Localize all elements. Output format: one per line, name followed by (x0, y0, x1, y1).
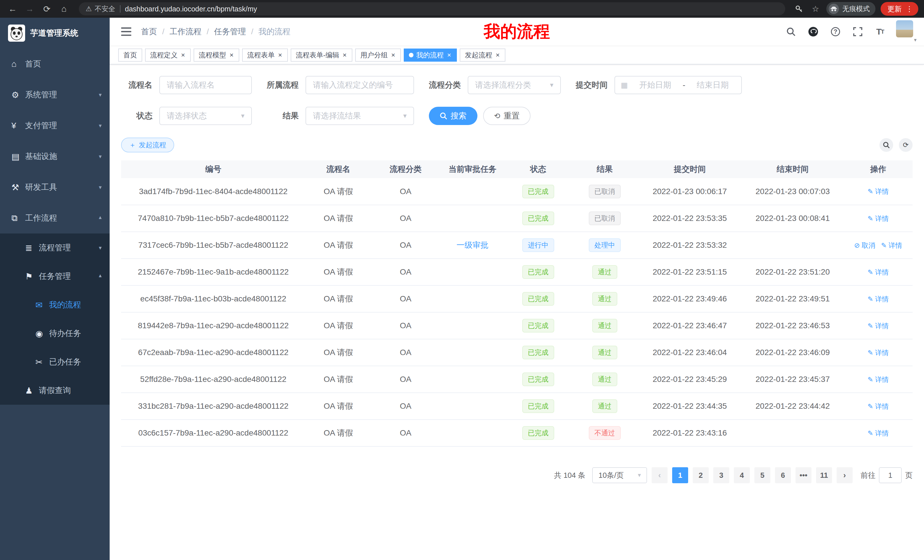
detail-action[interactable]: ✎详情 (867, 429, 889, 438)
github-icon[interactable] (807, 25, 819, 38)
close-icon[interactable]: × (391, 52, 396, 58)
process-name-input[interactable] (159, 76, 252, 94)
security-indicator[interactable]: ⚠ 不安全 (86, 4, 116, 13)
home-icon[interactable]: ⌂ (57, 2, 71, 16)
bookmark-star-icon[interactable]: ☆ (810, 3, 821, 15)
page-button[interactable]: 4 (734, 467, 750, 483)
fullscreen-icon[interactable] (852, 25, 864, 38)
page-button[interactable]: 3 (713, 467, 729, 483)
incognito-badge[interactable]: 无痕模式 (826, 2, 876, 16)
cell-end-time: 2022-01-22 23:46:53 (741, 312, 844, 339)
sidebar-item-system-mgmt[interactable]: ⚙系统管理▾ (0, 79, 110, 110)
tab-流程表单-编辑[interactable]: 流程表单-编辑× (291, 48, 352, 61)
cell-current-task (440, 366, 505, 393)
browser-menu-icon[interactable]: ⋮ (906, 4, 913, 13)
detail-action[interactable]: ✎详情 (867, 348, 889, 357)
tab-首页[interactable]: 首页 (118, 48, 142, 61)
back-icon[interactable]: ← (6, 2, 20, 16)
reset-button[interactable]: ⟲ 重置 (483, 107, 531, 125)
detail-action[interactable]: ✎详情 (867, 402, 889, 411)
avatar[interactable] (896, 20, 913, 37)
sidebar-item-dev-tools[interactable]: ⚒研发工具▾ (0, 172, 110, 203)
font-size-icon[interactable]: TT (874, 25, 886, 38)
next-page-button[interactable]: › (837, 467, 853, 483)
page-button[interactable]: 11 (816, 467, 832, 483)
process-def-input[interactable] (306, 76, 414, 94)
date-range-picker[interactable]: ▦ 开始日期 - 结束日期 (615, 76, 742, 94)
tab-流程模型[interactable]: 流程模型× (194, 48, 239, 61)
cancel-action[interactable]: ⊘取消 (854, 241, 875, 250)
category-select[interactable]: 请选择流程分类 ▼ (468, 76, 561, 94)
detail-action[interactable]: ✎详情 (867, 321, 889, 331)
url-text[interactable]: dashboard.yudao.iocoder.cn/bpm/task/my (125, 5, 257, 13)
sidebar-item-leave-query[interactable]: ♟请假查询 (0, 376, 110, 405)
status-select[interactable]: 请选择状态 ▼ (159, 107, 252, 125)
result-badge: 通过 (592, 292, 617, 306)
sidebar-item-done-tasks[interactable]: ✂已办任务 (0, 347, 110, 376)
search-button[interactable]: 搜索 (429, 107, 477, 125)
search-icon[interactable] (784, 25, 797, 38)
page-ellipsis: ••• (795, 467, 812, 483)
page-size-select[interactable]: 10条/页 ▼ (592, 467, 647, 483)
app-logo[interactable]: 芋道管理系统 (0, 18, 110, 48)
detail-action[interactable]: ✎详情 (867, 375, 889, 384)
close-icon[interactable]: × (495, 52, 500, 58)
tab-用户分组[interactable]: 用户分组× (355, 48, 401, 61)
sidebar-item-infrastructure[interactable]: ▤基础设施▾ (0, 141, 110, 172)
reload-icon[interactable]: ⟳ (40, 2, 54, 16)
edit-icon: ✎ (867, 295, 873, 303)
breadcrumb-item[interactable]: 任务管理 (214, 26, 246, 37)
tab-流程表单[interactable]: 流程表单× (242, 48, 288, 61)
tab-label: 我的流程 (416, 51, 444, 60)
detail-action[interactable]: ✎详情 (867, 187, 889, 196)
sidebar-item-home[interactable]: ⌂首页 (0, 48, 110, 79)
page-button[interactable]: 1 (672, 467, 688, 483)
sidebar-item-my-process[interactable]: ✉我的流程 (0, 290, 110, 319)
breadcrumb-item[interactable]: 首页 (141, 26, 157, 37)
detail-action[interactable]: ✎详情 (867, 268, 889, 277)
sidebar-item-label: 我的流程 (49, 299, 81, 310)
result-select[interactable]: 请选择流结果 ▼ (306, 107, 414, 125)
sidebar-item-workflow[interactable]: ⧉工作流程▾ (0, 203, 110, 234)
toggle-search-icon[interactable] (879, 138, 893, 152)
detail-action[interactable]: ✎详情 (867, 295, 889, 304)
sidebar-item-todo-tasks[interactable]: ◉待办任务 (0, 319, 110, 347)
edit-icon: ✎ (867, 322, 873, 330)
page-button[interactable]: 2 (693, 467, 709, 483)
key-icon[interactable] (793, 3, 805, 15)
close-icon[interactable]: × (342, 52, 347, 58)
close-icon[interactable]: × (180, 52, 186, 58)
sidebar-item-payment-mgmt[interactable]: ¥支付管理▾ (0, 110, 110, 141)
breadcrumb-item[interactable]: 工作流程 (170, 26, 202, 37)
cell-result: 通过 (572, 312, 638, 339)
table-row: 819442e8-7b9a-11ec-a290-acde48001122OA 请… (121, 312, 913, 339)
create-process-button[interactable]: ＋ 发起流程 (121, 138, 174, 153)
close-icon[interactable]: × (229, 52, 234, 58)
prev-page-button[interactable]: ‹ (652, 467, 668, 483)
sidebar-item-task-mgmt[interactable]: ⚑任务管理▾ (0, 262, 110, 290)
close-icon[interactable]: × (278, 52, 283, 58)
tab-我的流程[interactable]: 我的流程× (404, 48, 457, 61)
tab-流程定义[interactable]: 流程定义× (145, 48, 191, 61)
cell-current-task: 一级审批 (440, 232, 505, 259)
refresh-table-icon[interactable]: ⟳ (899, 138, 913, 152)
update-button[interactable]: 更新 ⋮ (880, 2, 918, 16)
tab-发起流程[interactable]: 发起流程× (460, 48, 506, 61)
user-menu[interactable]: ▾ (896, 20, 915, 43)
detail-action[interactable]: ✎详情 (881, 241, 902, 250)
page-button[interactable]: 5 (754, 467, 770, 483)
hamburger-icon[interactable] (118, 24, 134, 40)
goto-page-input[interactable] (879, 467, 902, 483)
cell-category: OA (371, 312, 440, 339)
page-button[interactable]: 6 (775, 467, 791, 483)
detail-action[interactable]: ✎详情 (867, 214, 889, 223)
tab-label: 流程表单 (247, 51, 274, 60)
forward-icon[interactable]: → (23, 2, 36, 16)
address-bar[interactable]: ⚠ 不安全 dashboard.yudao.iocoder.cn/bpm/tas… (79, 2, 785, 15)
close-icon[interactable]: × (447, 52, 452, 58)
table-toolbar: ＋ 发起流程 ⟳ (121, 138, 913, 153)
sidebar-item-process-mgmt[interactable]: ≣流程管理▾ (0, 234, 110, 262)
help-icon[interactable]: ? (829, 25, 842, 38)
action-label: 详情 (875, 321, 889, 331)
current-task-link[interactable]: 一级审批 (457, 241, 489, 250)
